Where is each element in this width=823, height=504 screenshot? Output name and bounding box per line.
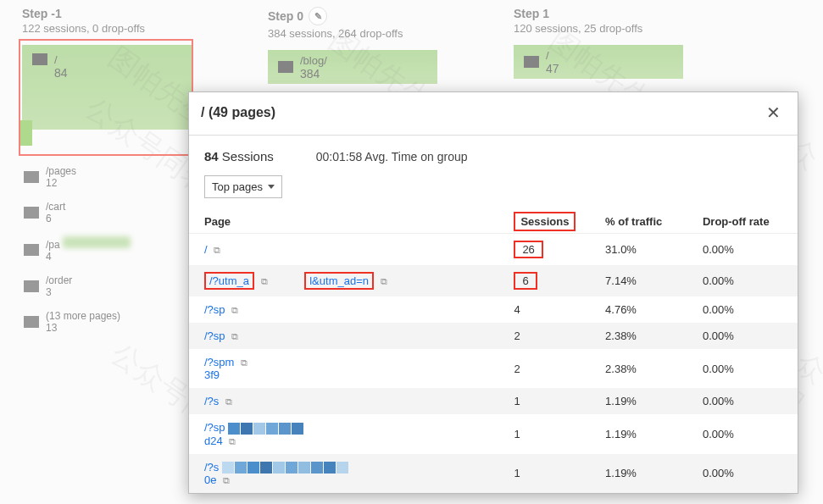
dropoff-cell: 0.00% — [694, 349, 798, 388]
dropoff-cell: 0.00% — [694, 265, 798, 296]
page-link[interactable]: /?utm_a — [204, 272, 254, 290]
avg-time: 00:01:58 Avg. Time on group — [316, 150, 468, 163]
sessions-cell: 4 — [505, 296, 597, 323]
external-link-icon[interactable]: ⧉ — [214, 245, 220, 255]
sessions-count: 84 — [204, 149, 219, 163]
page-cell: /?s ⧉ — [189, 388, 505, 414]
page-link[interactable]: /?sp — [204, 303, 225, 316]
dropoff-cell: 0.00% — [694, 414, 798, 454]
table-row[interactable]: /?sp ⧉22.38%0.00% — [189, 323, 798, 349]
pixelated-redaction — [228, 423, 303, 435]
external-link-icon[interactable]: ⧉ — [231, 305, 238, 315]
external-link-icon[interactable]: ⧉ — [241, 357, 247, 368]
table-row[interactable]: /?utm_a ⧉ l&utm_ad=n ⧉67.14%0.00% — [189, 265, 798, 296]
sessions-cell: 1 — [505, 414, 597, 454]
col-percent[interactable]: % of traffic — [597, 208, 694, 234]
percent-cell: 4.76% — [597, 296, 694, 323]
page-link[interactable]: /?sp — [204, 421, 225, 434]
sessions-label: Sessions — [222, 149, 274, 163]
dropoff-cell: 0.00% — [694, 323, 798, 349]
pixelated-redaction — [222, 462, 348, 474]
page-cell: /?sp ⧉ — [189, 323, 505, 349]
page-link-part[interactable]: 0e — [204, 474, 216, 486]
external-link-icon[interactable]: ⧉ — [229, 436, 236, 446]
modal-title: / (49 pages) — [201, 105, 275, 120]
page-link-part[interactable]: l&utm_ad=n — [304, 272, 374, 290]
sessions-cell: 2 — [505, 323, 597, 349]
page-link[interactable]: /?s — [204, 395, 219, 407]
dropoff-cell: 0.00% — [694, 234, 798, 266]
dropoff-cell: 0.00% — [694, 296, 798, 323]
page-cell: /?spm ⧉3f9 — [189, 349, 505, 388]
chevron-down-icon — [268, 185, 275, 189]
sessions-cell: 6 — [505, 265, 597, 296]
sessions-summary: 84 Sessions — [204, 149, 274, 163]
external-link-icon[interactable]: ⧉ — [261, 276, 268, 286]
external-link-icon[interactable]: ⧉ — [381, 276, 387, 286]
page-link[interactable]: /?spm — [204, 356, 234, 368]
sessions-cell: 2 — [505, 349, 597, 388]
page-group-modal: / (49 pages) ✕ 84 Sessions 00:01:58 Avg.… — [188, 91, 798, 494]
col-page: Page — [189, 208, 505, 234]
table-row[interactable]: /?s 0e ⧉11.19%0.00% — [189, 454, 798, 494]
dropoff-cell: 0.00% — [694, 388, 798, 414]
dropoff-cell: 0.00% — [694, 454, 798, 494]
page-link-part[interactable]: 3f9 — [204, 368, 220, 381]
page-cell: /?utm_a ⧉ l&utm_ad=n ⧉ — [189, 265, 505, 296]
page-cell: /?sp ⧉ — [189, 296, 505, 323]
percent-cell: 1.19% — [597, 414, 694, 454]
page-cell: / ⧉ — [189, 234, 505, 266]
col-dropoff[interactable]: Drop-off rate — [694, 208, 798, 234]
percent-cell: 31.0% — [597, 234, 694, 266]
percent-cell: 2.38% — [597, 323, 694, 349]
table-row[interactable]: /?sp ⧉44.76%0.00% — [189, 296, 798, 323]
table-row[interactable]: /?spm ⧉3f922.38%0.00% — [189, 349, 798, 388]
external-link-icon[interactable]: ⧉ — [223, 475, 230, 485]
percent-cell: 7.14% — [597, 265, 694, 296]
percent-cell: 2.38% — [597, 349, 694, 388]
pages-table: Page Sessions % of traffic Drop-off rate… — [189, 208, 798, 493]
percent-cell: 1.19% — [597, 454, 694, 494]
external-link-icon[interactable]: ⧉ — [231, 331, 238, 341]
sessions-cell: 1 — [505, 454, 597, 494]
external-link-icon[interactable]: ⧉ — [225, 396, 232, 407]
sessions-cell: 1 — [505, 388, 597, 414]
sessions-cell: 26 — [505, 234, 597, 266]
dropdown-label: Top pages — [212, 180, 263, 193]
page-cell: /?s 0e ⧉ — [189, 454, 505, 494]
page-link[interactable]: /?s — [204, 461, 219, 474]
page-link[interactable]: / — [204, 243, 208, 256]
table-row[interactable]: / ⧉2631.0%0.00% — [189, 234, 798, 266]
close-icon[interactable]: ✕ — [761, 101, 786, 125]
page-cell: /?sp d24 ⧉ — [189, 414, 505, 454]
page-link[interactable]: /?sp — [204, 330, 225, 342]
percent-cell: 1.19% — [597, 388, 694, 414]
col-sessions[interactable]: Sessions — [514, 212, 576, 231]
top-pages-dropdown[interactable]: Top pages — [204, 175, 282, 198]
page-link-part[interactable]: d24 — [204, 435, 223, 447]
table-row[interactable]: /?sp d24 ⧉11.19%0.00% — [189, 414, 798, 454]
table-row[interactable]: /?s ⧉11.19%0.00% — [189, 388, 798, 414]
